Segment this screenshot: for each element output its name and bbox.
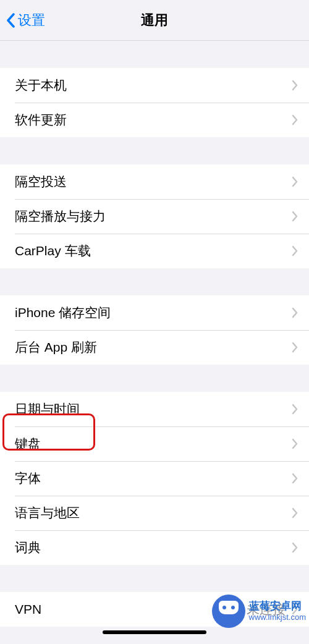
watermark-title: 蓝莓安卓网 (249, 600, 306, 612)
section-gap (0, 137, 309, 164)
chevron-right-icon (292, 507, 298, 519)
section-gap (0, 268, 309, 295)
row-label: 软件更新 (15, 111, 292, 129)
section-gap (0, 365, 309, 392)
section-datetime-keyboard: 日期与时间 键盘 字体 语言与地区 词典 (0, 392, 309, 565)
row-label: 日期与时间 (15, 400, 292, 418)
row-carplay[interactable]: CarPlay 车载 (0, 234, 309, 268)
row-fonts[interactable]: 字体 (0, 461, 309, 496)
back-label: 设置 (18, 11, 45, 30)
watermark-logo-icon (212, 595, 245, 628)
row-software-update[interactable]: 软件更新 (0, 103, 309, 137)
chevron-right-icon (292, 211, 298, 222)
row-label: CarPlay 车载 (15, 242, 292, 260)
row-airplay-handoff[interactable]: 隔空播放与接力 (0, 199, 309, 234)
chevron-right-icon (292, 542, 298, 553)
row-label: iPhone 储存空间 (15, 304, 292, 321)
row-label: 关于本机 (15, 77, 292, 94)
row-background-app-refresh[interactable]: 后台 App 刷新 (0, 330, 309, 365)
row-label: 语言与地区 (15, 504, 292, 522)
row-label: 键盘 (15, 435, 292, 452)
section-storage: iPhone 储存空间 后台 App 刷新 (0, 295, 309, 365)
row-keyboard[interactable]: 键盘 (0, 426, 309, 461)
watermark: 蓝莓安卓网 www.lmkjst.com (212, 595, 306, 628)
nav-header: 设置 通用 (0, 0, 309, 41)
chevron-right-icon (292, 342, 298, 353)
row-airdrop[interactable]: 隔空投送 (0, 164, 309, 199)
chevron-right-icon (292, 438, 298, 449)
section-gap (0, 41, 309, 68)
row-about[interactable]: 关于本机 (0, 68, 309, 103)
chevron-right-icon (292, 307, 298, 318)
chevron-right-icon (292, 404, 298, 415)
section-gap (0, 565, 309, 592)
section-about: 关于本机 软件更新 (0, 68, 309, 137)
row-language-region[interactable]: 语言与地区 (0, 496, 309, 530)
row-label: 隔空播放与接力 (15, 208, 292, 225)
chevron-right-icon (292, 245, 298, 256)
home-indicator[interactable] (103, 630, 206, 634)
row-label: 字体 (15, 470, 292, 487)
chevron-right-icon (292, 114, 298, 125)
section-airdrop: 隔空投送 隔空播放与接力 CarPlay 车载 (0, 164, 309, 268)
watermark-url: www.lmkjst.com (249, 612, 306, 622)
row-label: 词典 (15, 539, 292, 556)
row-iphone-storage[interactable]: iPhone 储存空间 (0, 295, 309, 330)
page-title: 通用 (141, 11, 168, 30)
row-dictionary[interactable]: 词典 (0, 530, 309, 565)
row-label: 隔空投送 (15, 173, 292, 190)
row-date-time[interactable]: 日期与时间 (0, 392, 309, 426)
chevron-right-icon (292, 473, 298, 484)
chevron-right-icon (292, 80, 298, 91)
back-button[interactable]: 设置 (6, 0, 45, 40)
chevron-right-icon (292, 176, 298, 187)
row-label: 后台 App 刷新 (15, 339, 292, 356)
chevron-left-icon (6, 13, 15, 28)
